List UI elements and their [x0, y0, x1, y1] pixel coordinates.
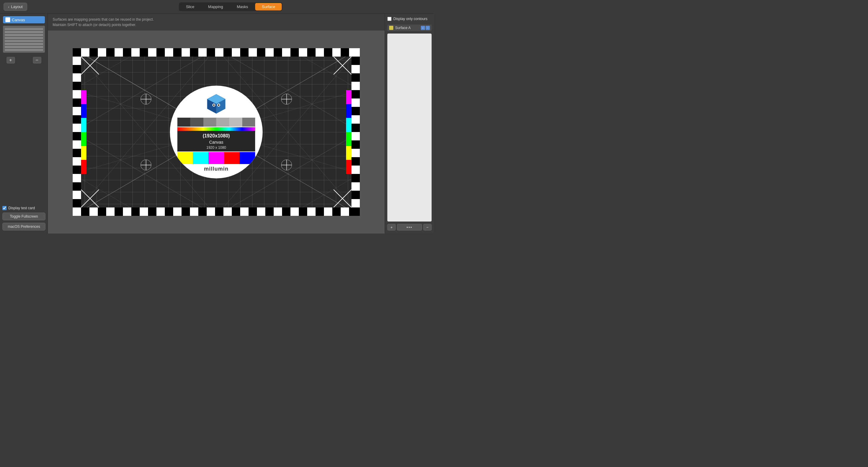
info-line2: Maintain SHIFT to attach (or detach) poi… — [53, 22, 380, 28]
display-test-card-row[interactable]: Display test card — [2, 206, 45, 210]
corner-tr — [334, 57, 351, 75]
color-bar-mini — [177, 152, 255, 164]
x-icon-tl — [81, 57, 99, 75]
checker-border-top — [73, 48, 360, 57]
remove-surface-button[interactable]: − — [423, 224, 432, 231]
canvas-name-text: Canvas — [177, 140, 255, 145]
preview-stripe — [5, 46, 43, 48]
resolution-info: (1920x1080) Canvas 1920 x 1080 — [177, 131, 255, 151]
layout-button[interactable]: ‹ Layout — [4, 3, 27, 11]
surface-item-label: Surface A — [395, 26, 419, 30]
left-sidebar-bottom: Display test card Toggle Fullscreen macO… — [0, 203, 48, 233]
canvas-icon — [5, 17, 10, 22]
color-bars-right — [346, 90, 351, 174]
svg-point-32 — [218, 105, 220, 106]
crosshair-tl — [141, 94, 151, 105]
svg-point-31 — [213, 105, 215, 106]
corner-bl — [81, 189, 99, 207]
canvas-size-text: 1920 x 1080 — [177, 145, 255, 150]
checker-border-right — [351, 48, 360, 216]
tab-slice[interactable]: Slice — [180, 3, 201, 10]
display-test-card-checkbox[interactable] — [2, 206, 7, 210]
surface-controls: ▪ › — [421, 26, 430, 30]
tab-group: Slice Mapping Masks Surface — [179, 2, 282, 11]
preview-stripe — [5, 37, 43, 39]
tab-surface[interactable]: Surface — [255, 3, 282, 10]
checker-border-left — [73, 48, 81, 216]
top-bar: ‹ Layout Slice Mapping Masks Surface — [0, 0, 434, 14]
surfaces-list — [388, 33, 432, 222]
res-bar-top — [177, 118, 255, 127]
canvas-preview — [3, 26, 45, 53]
test-card-container: (1920x1080) Canvas 1920 x 1080 — [73, 48, 360, 216]
display-only-contours-row[interactable]: Display only contours — [388, 17, 432, 21]
macos-preferences-button[interactable]: macOS Preferences — [2, 223, 45, 231]
preview-stripe — [5, 43, 43, 45]
x-icon-br — [334, 189, 351, 207]
checker-border-bottom — [73, 207, 360, 216]
sidebar-actions: + − — [7, 57, 41, 63]
crosshair-bl — [141, 159, 151, 170]
toggle-fullscreen-button[interactable]: Toggle Fullscreen — [2, 212, 45, 220]
preview-stripe — [5, 31, 43, 33]
corner-tl — [81, 57, 99, 75]
center-circle: (1920x1080) Canvas 1920 x 1080 — [170, 86, 262, 178]
center-area: Surfaces are mapping presets that can be… — [48, 14, 385, 233]
display-test-card-label: Display test card — [8, 206, 35, 210]
crosshair-br — [281, 159, 292, 170]
back-arrow-icon: ‹ — [8, 5, 9, 9]
surface-item[interactable]: Surface A ▪ › — [388, 25, 432, 31]
preview-stripe — [5, 49, 43, 51]
color-gradient-bar — [177, 127, 255, 131]
test-card: (1920x1080) Canvas 1920 x 1080 — [73, 48, 360, 216]
x-icon-tr — [334, 57, 351, 75]
millumin-logo-icon — [204, 92, 228, 116]
main-area: Canvas + − Display test card — [0, 14, 434, 233]
remove-canvas-button[interactable]: − — [33, 57, 41, 63]
right-bottom-actions: + ••• − — [388, 224, 432, 231]
preview-stripe — [5, 34, 43, 36]
preview-stripe — [5, 28, 43, 30]
more-options-button[interactable]: ••• — [397, 224, 422, 231]
add-surface-button[interactable]: + — [388, 224, 396, 231]
surface-more-button[interactable]: › — [426, 26, 430, 30]
right-sidebar: Display only contours Surface A ▪ › + ••… — [385, 14, 434, 233]
tab-masks[interactable]: Masks — [230, 3, 255, 10]
canvas-item-label: Canvas — [12, 18, 25, 22]
info-line1: Surfaces are mapping presets that can be… — [53, 17, 380, 22]
tab-mapping[interactable]: Mapping — [202, 3, 230, 10]
add-canvas-button[interactable]: + — [7, 57, 15, 63]
preview-stripes — [3, 26, 45, 53]
preview-stripe — [5, 40, 43, 42]
color-bars-left — [81, 90, 87, 174]
millumin-brand-text: millumin — [204, 166, 228, 172]
resolution-text: (1920x1080) — [177, 133, 255, 139]
crosshair-tr — [281, 94, 292, 105]
info-bar: Surfaces are mapping presets that can be… — [48, 14, 385, 31]
canvas-item[interactable]: Canvas — [3, 16, 45, 23]
layout-label: Layout — [11, 4, 23, 9]
surface-visibility-button[interactable]: ▪ — [421, 26, 425, 30]
canvas-viewport[interactable]: (1920x1080) Canvas 1920 x 1080 — [48, 31, 385, 233]
corner-br — [334, 189, 351, 207]
x-icon-bl — [81, 189, 99, 207]
display-only-contours-label: Display only contours — [393, 17, 427, 21]
display-only-contours-checkbox[interactable] — [388, 17, 392, 21]
left-sidebar: Canvas + − Display test card — [0, 14, 48, 233]
surface-color-swatch — [389, 26, 393, 30]
